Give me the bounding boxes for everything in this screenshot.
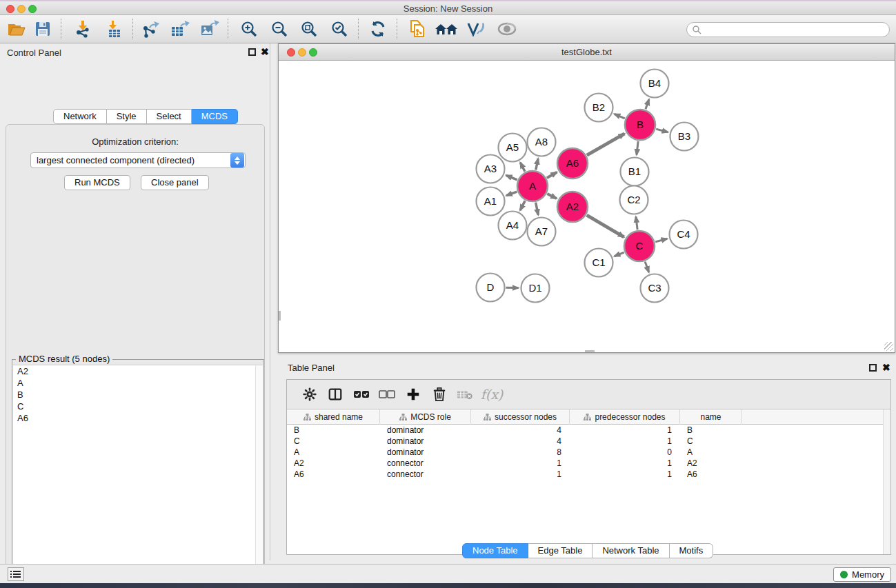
tab-edge-table[interactable]: Edge Table <box>528 543 593 558</box>
fit-columns-icon[interactable] <box>323 383 347 406</box>
edge-B-B1[interactable] <box>637 141 638 155</box>
delete-column-icon[interactable] <box>428 383 451 406</box>
column-header-successor-nodes[interactable]: successor nodes <box>471 409 570 425</box>
memory-button[interactable]: Memory <box>833 567 891 582</box>
hide-graphics-details-icon[interactable] <box>493 17 521 41</box>
horizontal-scroll-indicator[interactable] <box>585 350 595 352</box>
network-canvas[interactable]: B4B2BB3A8A5A6A3B1AC2A1A2A4A7C4CC1C3DD1 <box>279 61 895 352</box>
node-A4[interactable]: A4 <box>499 212 527 240</box>
search-field[interactable] <box>686 22 890 37</box>
tab-node-table[interactable]: Node Table <box>462 543 528 558</box>
node-C[interactable]: C <box>624 231 655 261</box>
node-B[interactable]: B <box>625 110 655 140</box>
float-panel-icon[interactable] <box>248 48 256 56</box>
zoom-selected-icon[interactable] <box>326 17 353 41</box>
open-file-icon[interactable] <box>3 17 30 41</box>
mcds-result-item[interactable]: B <box>13 389 263 401</box>
deselect-all-checks-icon[interactable] <box>375 383 399 406</box>
table-row[interactable]: A2connector11A2 <box>287 458 890 469</box>
node-C1[interactable]: C1 <box>585 249 613 277</box>
node-A5[interactable]: A5 <box>499 134 527 162</box>
tab-motifs[interactable]: Motifs <box>670 543 714 558</box>
edge-A-A4[interactable] <box>520 201 525 210</box>
node-B2[interactable]: B2 <box>585 94 613 122</box>
column-settings-icon[interactable] <box>298 383 321 406</box>
mcds-result-item[interactable]: C <box>13 401 263 412</box>
search-input[interactable] <box>701 25 889 34</box>
mcds-result-item[interactable]: A6 <box>13 412 263 424</box>
node-C4[interactable]: C4 <box>670 221 698 249</box>
edge-A-A7[interactable] <box>536 203 539 215</box>
node-A2[interactable]: A2 <box>557 192 588 222</box>
edge-A2-C[interactable] <box>587 215 624 237</box>
edge-A-A2[interactable] <box>547 194 557 199</box>
node-D1[interactable]: D1 <box>521 274 550 303</box>
edge-A-A8[interactable] <box>536 159 538 170</box>
tab-network-table[interactable]: Network Table <box>593 543 669 558</box>
table-row[interactable]: A6connector11A6 <box>287 469 890 480</box>
run-mcds-button[interactable]: Run MCDS <box>64 175 130 190</box>
mcds-result-item[interactable]: A <box>13 377 263 389</box>
home-view-icon[interactable] <box>432 17 460 41</box>
edge-C-C4[interactable] <box>655 239 667 242</box>
zoom-out-icon[interactable] <box>266 17 293 41</box>
export-table-icon[interactable] <box>166 17 194 41</box>
export-network-icon[interactable] <box>137 17 165 41</box>
edge-C-C3[interactable] <box>645 262 649 272</box>
tab-network[interactable]: Network <box>53 109 107 124</box>
mcds-result-list[interactable]: A2ABCA6 <box>13 365 263 588</box>
criterion-dropdown[interactable]: largest connected component (directed) <box>30 152 246 168</box>
zoom-fit-icon[interactable] <box>295 17 323 41</box>
edge-B-B2[interactable] <box>615 114 625 118</box>
node-C2[interactable]: C2 <box>620 186 648 214</box>
edge-C-C1[interactable] <box>615 252 624 256</box>
node-A8[interactable]: A8 <box>528 128 556 156</box>
export-image-icon[interactable] <box>196 17 223 41</box>
node-A[interactable]: A <box>517 171 548 201</box>
node-A1[interactable]: A1 <box>477 187 505 216</box>
edge-C-C2[interactable] <box>636 216 637 230</box>
node-B1[interactable]: B1 <box>621 158 649 186</box>
node-C3[interactable]: C3 <box>641 274 669 303</box>
node-A3[interactable]: A3 <box>477 155 505 183</box>
node-A7[interactable]: A7 <box>528 218 556 246</box>
vertical-scroll-indicator[interactable] <box>279 311 281 321</box>
mcds-result-item[interactable]: A2 <box>13 365 263 377</box>
import-network-icon[interactable] <box>70 17 97 41</box>
clone-network-icon[interactable] <box>404 17 431 41</box>
select-all-checks-icon[interactable] <box>350 383 373 406</box>
node-A6[interactable]: A6 <box>557 148 588 179</box>
node-B4[interactable]: B4 <box>641 70 669 98</box>
show-graphics-details-icon[interactable] <box>462 17 490 41</box>
table-row[interactable]: Cdominator41C <box>287 436 890 447</box>
add-column-icon[interactable] <box>401 383 425 406</box>
close-panel-icon[interactable]: ✖ <box>261 46 269 57</box>
edge-A-A3[interactable] <box>506 175 517 180</box>
table-row[interactable]: Bdominator41B <box>287 425 890 436</box>
edge-A-A6[interactable] <box>547 172 557 178</box>
tab-style[interactable]: Style <box>107 109 147 124</box>
close-panel-button[interactable]: Close panel <box>141 175 209 190</box>
table-scrollbar[interactable] <box>883 409 890 554</box>
column-header-name[interactable]: name <box>680 409 742 425</box>
task-history-button[interactable] <box>8 567 24 581</box>
save-session-icon[interactable] <box>29 17 57 41</box>
float-table-panel-icon[interactable] <box>869 364 877 372</box>
edge-B-B3[interactable] <box>656 129 668 132</box>
refresh-layout-icon[interactable] <box>364 17 392 41</box>
node-B3[interactable]: B3 <box>670 123 699 151</box>
column-header-predecessor-nodes[interactable]: predecessor nodes <box>570 409 680 425</box>
import-table-icon[interactable] <box>101 17 128 41</box>
edge-B-B4[interactable] <box>646 99 649 109</box>
node-D[interactable]: D <box>477 274 505 302</box>
close-table-panel-icon[interactable]: ✖ <box>882 362 890 373</box>
resize-grip-icon[interactable] <box>884 342 893 351</box>
table-row[interactable]: Adominator80A <box>287 447 890 458</box>
edge-A-A1[interactable] <box>506 192 517 196</box>
tab-mcds[interactable]: MCDS <box>192 109 238 124</box>
tab-select[interactable]: Select <box>147 109 192 124</box>
edge-A-A5[interactable] <box>520 163 525 172</box>
column-header-shared-name[interactable]: shared name <box>287 409 380 425</box>
zoom-in-icon[interactable] <box>235 17 263 41</box>
column-header-MCDS-role[interactable]: MCDS role <box>380 409 471 425</box>
